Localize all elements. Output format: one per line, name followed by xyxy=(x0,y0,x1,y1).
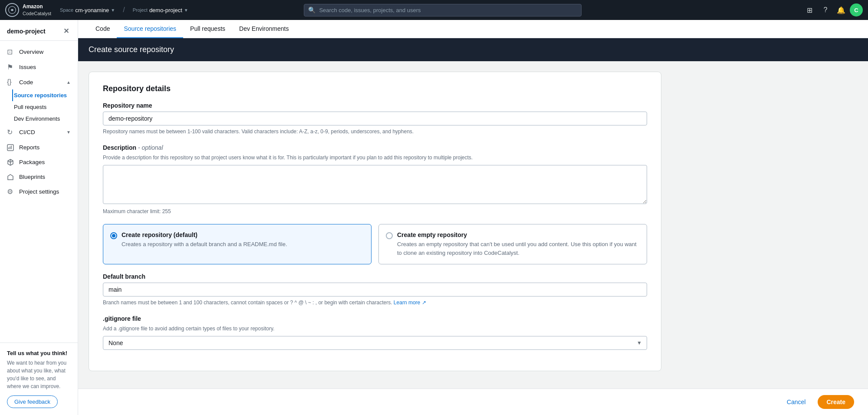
description-textarea[interactable] xyxy=(103,165,647,204)
project-name-topbar: demo-project xyxy=(149,7,182,13)
repo-type-default-desc: Creates a repository with a default bran… xyxy=(122,240,287,249)
sidebar-item-code[interactable]: {} Code ▲ xyxy=(0,75,78,89)
svg-rect-1 xyxy=(7,145,13,151)
tab-dev-environments[interactable]: Dev Environments xyxy=(232,20,296,38)
space-chevron-icon: ▼ xyxy=(111,8,115,13)
form-area: Repository details Repository name Repos… xyxy=(78,61,868,389)
reports-icon xyxy=(7,143,15,151)
sidebar-item-pull-requests[interactable]: Pull requests xyxy=(12,101,78,113)
create-button[interactable]: Create xyxy=(818,395,854,409)
main-content: Code Source repositories Pull requests D… xyxy=(78,20,868,415)
topbar-separator: / xyxy=(123,6,125,14)
sidebar-item-dev-environments[interactable]: Dev Environments xyxy=(12,113,78,125)
gitignore-label: .gitignore file xyxy=(103,315,647,322)
description-label: Description - optional xyxy=(103,144,647,151)
cancel-button[interactable]: Cancel xyxy=(780,395,813,409)
sidebar: demo-project ✕ ⊡ Overview ⚑ Issues {} Co… xyxy=(0,20,78,415)
default-branch-label: Default branch xyxy=(103,273,647,280)
repo-name-label: Repository name xyxy=(103,102,647,109)
issues-icon: ⚑ xyxy=(7,63,15,71)
repo-type-options: Create repository (default) Creates a re… xyxy=(103,224,647,264)
brand-line2: CodeCatalyst xyxy=(23,11,51,16)
sidebar-item-label: Reports xyxy=(19,144,39,151)
sidebar-header: demo-project ✕ xyxy=(0,20,78,41)
external-link-icon: ↗ xyxy=(422,300,426,306)
page-title: Create source repository xyxy=(89,45,858,54)
space-name: cm-yonamine xyxy=(75,7,109,13)
gitignore-help: Add a .gitignore file to avoid adding ce… xyxy=(103,325,647,333)
sidebar-item-project-settings[interactable]: ⚙ Project settings xyxy=(0,184,78,199)
tab-pull-requests[interactable]: Pull requests xyxy=(183,20,232,38)
repo-name-help: Repository names must be between 1-100 v… xyxy=(103,128,647,135)
svg-marker-2 xyxy=(8,175,13,180)
project-selector[interactable]: Project demo-project ▼ xyxy=(129,5,192,15)
sidebar-code-submenu: Source repositories Pull requests Dev En… xyxy=(12,89,78,125)
blueprints-icon xyxy=(7,173,15,181)
cicd-icon: ↻ xyxy=(7,128,15,136)
brand: Amazon CodeCatalyst xyxy=(5,3,51,17)
sidebar-footer: Tell us what you think! We want to hear … xyxy=(0,343,78,415)
repo-name-input[interactable] xyxy=(103,112,647,125)
learn-more-link[interactable]: Learn more ↗ xyxy=(394,300,426,306)
repo-type-default-radio xyxy=(110,232,117,239)
sidebar-item-issues[interactable]: ⚑ Issues xyxy=(0,59,78,75)
search-container: 🔍 xyxy=(304,4,582,16)
sidebar-item-packages[interactable]: Packages xyxy=(0,155,78,169)
sidebar-item-label: Project settings xyxy=(19,188,59,195)
code-expand-icon: ▲ xyxy=(66,80,71,85)
topbar: Amazon CodeCatalyst Space cm-yonamine ▼ … xyxy=(0,0,868,20)
repo-type-empty-card[interactable]: Create empty repository Creates an empty… xyxy=(378,224,647,264)
gitignore-select-wrapper: None Python Java Node Go C++ Ruby ▼ xyxy=(103,336,647,350)
sidebar-item-cicd[interactable]: ↻ CI/CD ▼ xyxy=(0,125,78,140)
brand-logo xyxy=(5,3,19,17)
description-group: Description - optional Provide a descrip… xyxy=(103,144,647,215)
form-card: Repository details Repository name Repos… xyxy=(89,72,661,371)
sidebar-item-overview[interactable]: ⊡ Overview xyxy=(0,44,78,59)
repo-type-empty-radio xyxy=(386,232,393,239)
sidebar-project-name: demo-project xyxy=(7,28,46,35)
sidebar-item-label: CI/CD xyxy=(19,129,35,135)
space-selector[interactable]: Space cm-yonamine ▼ xyxy=(56,5,118,15)
sidebar-item-reports[interactable]: Reports xyxy=(0,140,78,155)
sidebar-item-label: Overview xyxy=(19,49,43,55)
sidebar-close-button[interactable]: ✕ xyxy=(62,26,71,36)
help-icon[interactable]: ? xyxy=(819,3,832,17)
space-label: Space xyxy=(60,7,73,13)
default-branch-group: Default branch Branch names must be betw… xyxy=(103,273,647,306)
gitignore-select[interactable]: None Python Java Node Go C++ Ruby xyxy=(103,336,647,350)
sidebar-item-source-repositories[interactable]: Source repositories xyxy=(12,89,78,101)
packages-icon xyxy=(7,158,15,166)
form-card-title: Repository details xyxy=(103,84,647,93)
tab-bar: Code Source repositories Pull requests D… xyxy=(78,20,868,38)
search-icon: 🔍 xyxy=(308,7,316,13)
settings-icon: ⚙ xyxy=(7,188,15,196)
avatar[interactable]: C xyxy=(850,3,863,16)
description-char-limit: Maximum character limit: 255 xyxy=(103,208,647,215)
section-title-bar: Create source repository xyxy=(78,38,868,61)
tab-source-repositories[interactable]: Source repositories xyxy=(117,20,183,38)
cicd-expand-icon: ▼ xyxy=(66,130,71,135)
sidebar-item-blueprints[interactable]: Blueprints xyxy=(0,169,78,184)
sidebar-item-label: Blueprints xyxy=(19,174,45,180)
repo-type-empty-desc: Creates an empty repository that can't b… xyxy=(397,240,640,257)
page-header: Code Source repositories Pull requests D… xyxy=(78,20,868,38)
sidebar-nav: ⊡ Overview ⚑ Issues {} Code ▲ Source rep… xyxy=(0,41,78,343)
gitignore-group: .gitignore file Add a .gitignore file to… xyxy=(103,315,647,350)
grid-icon[interactable]: ⊞ xyxy=(803,3,817,17)
repo-name-group: Repository name Repository names must be… xyxy=(103,102,647,135)
sidebar-item-label: Issues xyxy=(19,64,36,70)
repo-type-default-card[interactable]: Create repository (default) Creates a re… xyxy=(103,224,372,264)
repo-type-empty-label: Create empty repository xyxy=(397,231,640,238)
notifications-icon[interactable]: 🔔 xyxy=(834,3,848,17)
sidebar-item-label: Code xyxy=(19,79,33,86)
overview-icon: ⊡ xyxy=(7,48,15,56)
give-feedback-button[interactable]: Give feedback xyxy=(7,395,58,408)
brand-line1: Amazon xyxy=(23,3,51,10)
default-branch-input[interactable] xyxy=(103,283,647,296)
code-icon: {} xyxy=(7,78,15,86)
action-bar: Cancel Create xyxy=(78,389,868,415)
layout: demo-project ✕ ⊡ Overview ⚑ Issues {} Co… xyxy=(0,20,868,415)
search-input[interactable] xyxy=(304,4,582,16)
repo-type-default-label: Create repository (default) xyxy=(122,231,287,238)
tab-code[interactable]: Code xyxy=(89,20,117,38)
